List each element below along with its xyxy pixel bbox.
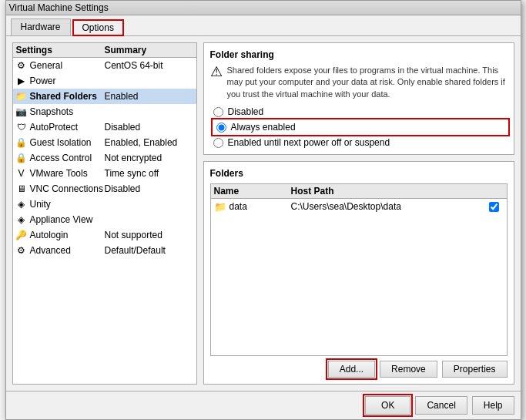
shared-folders-summary: Enabled [105, 91, 193, 102]
radio-group: Disabled Always enabled Enabled until ne… [213, 106, 508, 148]
vnc-connections-label: VNC Connections [30, 183, 103, 194]
folder-sharing-title: Folder sharing [210, 49, 508, 60]
radio-always-enabled[interactable]: Always enabled [213, 120, 508, 134]
vmware-tools-label: VMware Tools [30, 168, 88, 179]
list-item-autoprotect[interactable]: 🛡AutoProtectDisabled [13, 119, 196, 135]
folder-row[interactable]: 📁 data C:\Users\sea\Desktop\data [211, 199, 507, 214]
folders-table-header: Name Host Path [211, 184, 507, 199]
bottom-bar: OK Cancel Help [6, 391, 521, 419]
snapshots-label: Snapshots [30, 106, 74, 117]
general-label: General [30, 60, 63, 71]
radio-disabled-label: Disabled [228, 106, 264, 117]
folders-title: Folders [210, 168, 508, 179]
dialog: Virtual Machine Settings Hardware Option… [5, 0, 521, 420]
autoprotect-label: AutoProtect [30, 122, 79, 133]
shared-folders-label: Shared Folders [30, 91, 97, 102]
col-enabled [485, 186, 504, 197]
power-icon: ▶ [16, 76, 27, 86]
list-item-snapshots[interactable]: 📷Snapshots [13, 104, 196, 119]
list-item-appliance-view[interactable]: ◈Appliance View [13, 212, 196, 227]
folder-host-path: C:\Users\sea\Desktop\data [291, 201, 485, 212]
ok-button[interactable]: OK [365, 396, 410, 415]
folder-sharing-section: Folder sharing ⚠ Shared folders expose y… [203, 42, 514, 155]
col-settings: Settings [16, 45, 105, 55]
list-item-power[interactable]: ▶Power [13, 73, 196, 89]
advanced-icon: ⚙ [16, 245, 27, 256]
vnc-connections-icon: 🖥 [16, 183, 27, 194]
appliance-view-icon: ◈ [16, 214, 27, 225]
autoprotect-summary: Disabled [105, 122, 193, 133]
cancel-button[interactable]: Cancel [415, 396, 467, 415]
power-label: Power [30, 76, 56, 86]
unity-label: Unity [30, 199, 51, 210]
right-panel: Folder sharing ⚠ Shared folders expose y… [203, 42, 514, 385]
list-item-guest-isolation[interactable]: 🔒Guest IsolationEnabled, Enabled [13, 135, 196, 150]
list-item-vnc-connections[interactable]: 🖥VNC ConnectionsDisabled [13, 181, 196, 197]
add-button[interactable]: Add... [328, 361, 375, 378]
list-item-general[interactable]: ⚙GeneralCentOS 64-bit [13, 58, 196, 73]
list-item-advanced[interactable]: ⚙AdvancedDefault/Default [13, 243, 196, 258]
warning-box: ⚠ Shared folders expose your files to pr… [210, 65, 508, 100]
warning-text: Shared folders expose your files to prog… [227, 65, 508, 100]
help-button[interactable]: Help [472, 396, 514, 415]
vmware-tools-icon: V [16, 168, 27, 179]
folder-enabled-cell[interactable] [485, 202, 504, 212]
autologin-icon: 🔑 [16, 230, 27, 240]
unity-icon: ◈ [16, 199, 27, 210]
properties-button[interactable]: Properties [442, 361, 508, 378]
tab-bar: Hardware Options [6, 15, 521, 36]
vnc-connections-summary: Disabled [105, 183, 193, 194]
autoprotect-icon: 🛡 [16, 122, 27, 133]
folder-buttons: Add... Remove Properties [210, 361, 508, 378]
tab-hardware[interactable]: Hardware [11, 18, 71, 35]
general-icon: ⚙ [16, 60, 27, 71]
folder-name-text: data [229, 201, 247, 212]
warning-icon: ⚠ [210, 65, 223, 79]
guest-isolation-label: Guest Isolation [30, 137, 92, 148]
list-item-unity[interactable]: ◈Unity [13, 197, 196, 212]
col-summary: Summary [105, 45, 193, 55]
title-bar: Virtual Machine Settings [6, 1, 521, 15]
radio-disabled[interactable]: Disabled [213, 106, 508, 117]
dialog-title: Virtual Machine Settings [9, 2, 109, 13]
guest-isolation-summary: Enabled, Enabled [105, 137, 193, 148]
vmware-tools-summary: Time sync off [105, 168, 193, 179]
snapshots-icon: 📷 [16, 106, 27, 117]
radio-enabled-until-input[interactable] [213, 138, 223, 148]
folder-icon: 📁 [214, 201, 226, 213]
list-item-vmware-tools[interactable]: VVMware ToolsTime sync off [13, 166, 196, 181]
advanced-label: Advanced [30, 245, 71, 256]
appliance-view-label: Appliance View [30, 214, 93, 225]
list-header: Settings Summary [13, 43, 196, 58]
autologin-label: Autologin [30, 230, 69, 240]
main-content: Settings Summary ⚙GeneralCentOS 64-bit▶P… [6, 36, 521, 391]
access-control-summary: Not encrypted [105, 153, 193, 163]
folders-section: Folders Name Host Path 📁 data C:\Users\s… [203, 161, 514, 385]
guest-isolation-icon: 🔒 [16, 137, 27, 148]
access-control-label: Access Control [30, 153, 92, 163]
settings-list: Settings Summary ⚙GeneralCentOS 64-bit▶P… [12, 42, 197, 385]
radio-always-enabled-input[interactable] [216, 123, 226, 133]
folder-enabled-checkbox[interactable] [489, 202, 499, 212]
folder-name-cell: 📁 data [214, 201, 291, 213]
list-item-access-control[interactable]: 🔒Access ControlNot encrypted [13, 150, 196, 166]
shared-folders-icon: 📁 [16, 91, 27, 102]
tab-options[interactable]: Options [72, 19, 124, 36]
list-item-shared-folders[interactable]: 📁Shared FoldersEnabled [13, 89, 196, 104]
autologin-summary: Not supported [105, 230, 193, 240]
list-item-autologin[interactable]: 🔑AutologinNot supported [13, 227, 196, 243]
general-summary: CentOS 64-bit [105, 60, 193, 71]
col-name: Name [214, 186, 291, 197]
radio-disabled-input[interactable] [213, 107, 223, 117]
access-control-icon: 🔒 [16, 153, 27, 163]
col-host-path: Host Path [291, 186, 485, 197]
advanced-summary: Default/Default [105, 245, 193, 256]
radio-enabled-until[interactable]: Enabled until next power off or suspend [213, 137, 508, 148]
radio-always-enabled-label: Always enabled [231, 122, 296, 133]
folders-table: Name Host Path 📁 data C:\Users\sea\Deskt… [210, 183, 508, 356]
remove-button[interactable]: Remove [380, 361, 437, 378]
radio-enabled-until-label: Enabled until next power off or suspend [228, 137, 390, 148]
